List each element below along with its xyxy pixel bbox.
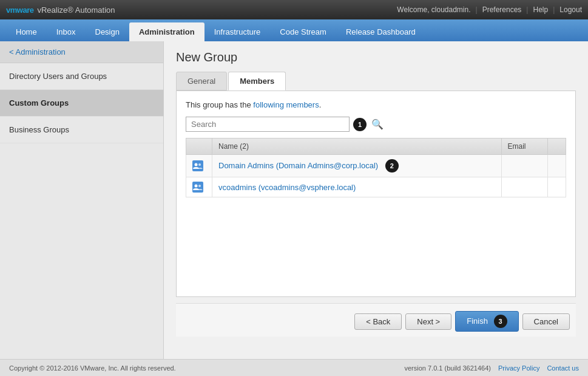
product-name: vRealize® Automation: [37, 5, 115, 15]
search-bar: 1 🔍: [186, 117, 566, 132]
row-action-2: [548, 177, 566, 197]
content-box: This group has the following members. 1 …: [176, 91, 576, 297]
row-name-2: vcoadmins (vcoadmins@vsphere.local): [212, 177, 502, 197]
cancel-button[interactable]: Cancel: [522, 313, 570, 330]
tab-members[interactable]: Members: [228, 72, 286, 91]
member-link-1[interactable]: Domain Admins (Domain Admins@corp.local): [218, 161, 378, 170]
svg-rect-0: [192, 160, 203, 171]
nav-administration[interactable]: Administration: [129, 22, 204, 41]
svg-rect-3: [192, 182, 203, 193]
col-action: [548, 138, 566, 155]
svg-point-1: [195, 163, 198, 166]
search-badge: 1: [353, 118, 367, 131]
finish-button[interactable]: Finish 3: [455, 311, 518, 332]
top-bar-right: Welcome, cloudadmin. | Preferences | Hel…: [397, 5, 582, 14]
table-row: Domain Admins (Domain Admins@corp.local)…: [186, 155, 566, 177]
table-row: vcoadmins (vcoadmins@vsphere.local): [186, 177, 566, 197]
vmware-logo: vmware: [6, 5, 33, 15]
description-highlight: following members: [253, 100, 319, 109]
footer-right: version 7.0.1 (build 3621464) Privacy Po…: [404, 364, 579, 372]
sidebar-back[interactable]: < Administration: [0, 41, 163, 63]
group-icon-2: [192, 182, 203, 193]
preferences-link[interactable]: Preferences: [482, 5, 522, 14]
version-text: version 7.0.1 (build 3621464): [404, 364, 490, 372]
svg-point-2: [198, 163, 201, 166]
search-icon[interactable]: 🔍: [371, 118, 384, 130]
welcome-text: Welcome, cloudadmin.: [397, 5, 470, 14]
contact-us-link[interactable]: Contact us: [547, 364, 579, 372]
main-nav: Home Inbox Design Administration Infrast…: [0, 19, 588, 41]
logout-link[interactable]: Logout: [559, 5, 582, 14]
back-button[interactable]: < Back: [354, 313, 402, 330]
nav-infrastructure[interactable]: Infrastructure: [204, 22, 271, 41]
col-icon: [186, 138, 212, 155]
search-input[interactable]: [186, 117, 349, 131]
row-action-1: [548, 155, 566, 177]
row-icon-cell-2: [186, 177, 212, 197]
sidebar-item-custom-groups[interactable]: Custom Groups: [0, 90, 163, 117]
action-footer: < Back Next > Finish 3 Cancel: [176, 303, 576, 337]
nav-inbox[interactable]: Inbox: [47, 22, 86, 41]
logo: vmware vRealize® Automation: [6, 5, 115, 15]
col-name: Name (2): [212, 138, 502, 155]
row-badge-1: 2: [385, 159, 399, 173]
copyright-text: Copyright © 2012-2016 VMware, Inc. All r…: [9, 364, 176, 372]
svg-point-5: [198, 185, 201, 187]
next-button[interactable]: Next >: [405, 313, 451, 330]
tab-general[interactable]: General: [176, 72, 227, 91]
tab-bar: General Members: [176, 72, 576, 91]
finish-badge: 3: [494, 315, 507, 328]
member-link-2[interactable]: vcoadmins (vcoadmins@vsphere.local): [218, 183, 356, 192]
row-icon-cell: [186, 155, 212, 177]
nav-home[interactable]: Home: [6, 22, 47, 41]
svg-point-4: [195, 185, 198, 188]
col-email: Email: [501, 138, 548, 155]
group-description: This group has the following members.: [186, 100, 566, 109]
footer: Copyright © 2012-2016 VMware, Inc. All r…: [0, 359, 588, 376]
row-email-2: [501, 177, 548, 197]
nav-release-dashboard[interactable]: Release Dashboard: [336, 22, 425, 41]
privacy-policy-link[interactable]: Privacy Policy: [498, 364, 539, 372]
sidebar-item-directory[interactable]: Directory Users and Groups: [0, 63, 163, 90]
content-area: < Administration Directory Users and Gro…: [0, 41, 588, 359]
members-table: Name (2) Email: [186, 138, 566, 197]
nav-code-stream[interactable]: Code Stream: [270, 22, 336, 41]
row-email-1: [501, 155, 548, 177]
help-link[interactable]: Help: [533, 5, 548, 14]
group-icon: [192, 160, 203, 171]
row-name-1: Domain Admins (Domain Admins@corp.local)…: [212, 155, 502, 177]
main-content-wrap: New Group General Members This group has…: [164, 41, 588, 359]
nav-design[interactable]: Design: [86, 22, 129, 41]
top-bar: vmware vRealize® Automation Welcome, clo…: [0, 0, 588, 19]
sidebar-item-business-groups[interactable]: Business Groups: [0, 117, 163, 143]
page-title: New Group: [176, 50, 576, 64]
main-panel: New Group General Members This group has…: [164, 41, 588, 359]
sidebar: < Administration Directory Users and Gro…: [0, 41, 164, 359]
search-input-wrap: [186, 117, 350, 132]
